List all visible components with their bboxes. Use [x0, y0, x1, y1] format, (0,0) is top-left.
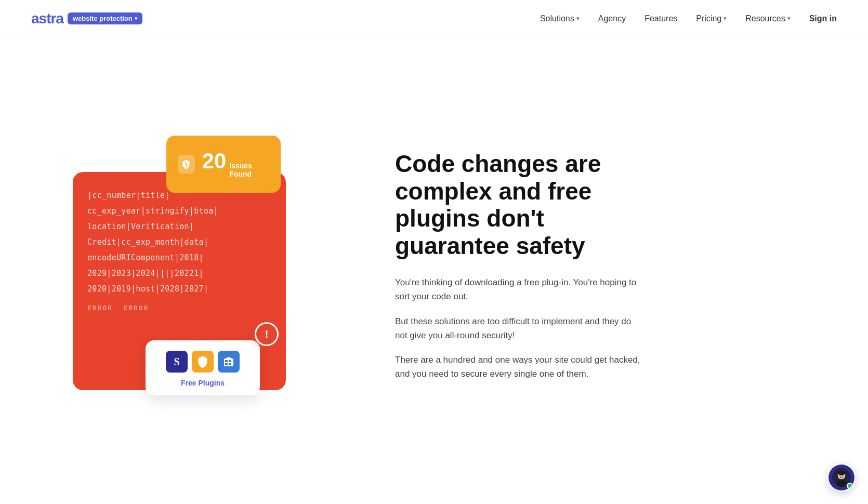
code-line-5: encodeURIComponent|2018|: [87, 250, 271, 266]
svg-point-5: [843, 475, 844, 476]
code-line-7: 2020|2019|host|2028|2027|: [87, 281, 271, 297]
nav-features[interactable]: Features: [645, 14, 677, 23]
chevron-down-icon: ▾: [787, 15, 791, 22]
chevron-down-icon: ▾: [576, 15, 580, 22]
text-area: Code changes are complex and free plugin…: [353, 150, 806, 392]
logo-area: astra website protection ▾: [31, 10, 142, 27]
logo-pill-text: website protection: [73, 15, 133, 22]
error-text-1: ERROR: [87, 304, 113, 312]
nav-pricing[interactable]: Pricing ▾: [696, 14, 727, 23]
code-line-6: 2029|2023|2024||||20221|: [87, 266, 271, 281]
chevron-down-icon: ▾: [724, 15, 727, 22]
code-line-3: location|Verification|: [87, 219, 271, 234]
code-line-4: Credit|cc_exp_month|data|: [87, 234, 271, 250]
plugins-label-text: Free Plugins: [181, 379, 225, 387]
svg-point-4: [839, 475, 840, 476]
svg-point-3: [837, 480, 846, 487]
sucuri-icon: S: [166, 351, 188, 373]
alert-circle-icon: !: [255, 322, 279, 346]
issues-count: 20: [202, 150, 227, 172]
logo-pill[interactable]: website protection ▾: [68, 12, 142, 24]
nav-links: Solutions ▾ Agency Features Pricing ▾ Re…: [540, 14, 837, 23]
nav-agency[interactable]: Agency: [598, 14, 626, 23]
error-text-2: ERROR: [123, 304, 149, 312]
chat-widget[interactable]: [827, 463, 856, 492]
plugin-building-icon: [218, 351, 240, 373]
plugins-icons-row: S: [166, 351, 240, 373]
paragraph-2: But these solutions are too difficult to…: [395, 314, 645, 342]
issues-card: 20 Issues Found: [166, 136, 281, 193]
code-content: |cc_number|title| cc_exp_year|stringify|…: [87, 188, 271, 297]
paragraph-1: You're thinking of downloading a free pl…: [395, 275, 645, 303]
signin-button[interactable]: Sign in: [809, 14, 837, 23]
svg-point-2: [838, 471, 845, 475]
plugins-card: S Free Plugins: [146, 340, 260, 395]
main-content: |cc_number|title| cc_exp_year|stringify|…: [0, 37, 868, 504]
main-heading: Code changes are complex and free plugin…: [395, 150, 655, 260]
error-row: ERROR ERROR: [87, 304, 271, 312]
logo-brand[interactable]: astra: [31, 10, 63, 27]
wordfence-icon: [192, 351, 214, 373]
nav-resources[interactable]: Resources ▾: [745, 14, 790, 23]
issues-label: Issues Found: [229, 162, 269, 178]
nav-solutions[interactable]: Solutions ▾: [540, 14, 580, 23]
logo-chevron-icon: ▾: [135, 16, 137, 21]
issues-shield-icon: [178, 155, 195, 174]
paragraph-3: There are a hundred and one ways your si…: [395, 353, 645, 381]
issues-info: 20 Issues Found: [202, 150, 269, 178]
code-line-2: cc_exp_year|stringify|btoa|: [87, 203, 271, 219]
navbar: astra website protection ▾ Solutions ▾ A…: [0, 0, 868, 37]
chat-online-dot: [847, 483, 853, 489]
main-body: You're thinking of downloading a free pl…: [395, 275, 806, 381]
illustration-area: |cc_number|title| cc_exp_year|stringify|…: [42, 136, 353, 406]
